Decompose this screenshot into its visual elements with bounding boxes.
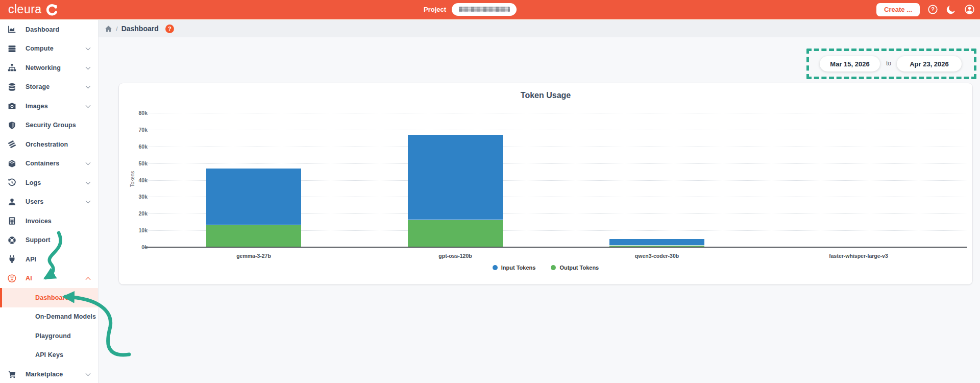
sidebar-item-api[interactable]: API <box>0 250 98 269</box>
chevron-up-icon <box>86 277 91 282</box>
y-tick-label: 20k <box>122 210 148 217</box>
sidebar-item-label: Compute <box>26 45 54 52</box>
legend-label: Input Tokens <box>501 265 536 271</box>
logs-icon <box>8 178 17 187</box>
bar-qwen3-coder-30b[interactable] <box>609 239 704 247</box>
legend-item-input-tokens[interactable]: Input Tokens <box>493 265 536 271</box>
chart-plot <box>144 113 967 247</box>
chevron-down-icon <box>86 199 91 204</box>
header-actions: Create ... ? <box>876 0 975 19</box>
containers-icon <box>8 159 17 168</box>
sidebar-item-label: Invoices <box>26 218 52 225</box>
project-selector: Project <box>424 0 517 19</box>
sidebar-subitem-api-keys[interactable]: API Keys <box>0 346 98 365</box>
legend-label: Output Tokens <box>559 265 599 271</box>
dashboard-icon <box>8 25 17 34</box>
sidebar-item-support[interactable]: Support <box>0 231 98 250</box>
sidebar-item-label: AI <box>26 275 32 282</box>
bar-segment-input-tokens <box>408 135 503 221</box>
sidebar-item-dashboard[interactable]: Dashboard <box>0 20 98 39</box>
storage-icon <box>8 82 17 91</box>
sidebar-subitem-on-demand-models[interactable]: On-Demand Models <box>0 307 98 327</box>
sidebar-item-label: Dashboard <box>26 26 59 33</box>
sidebar-item-label: Containers <box>26 160 59 167</box>
y-tick-label: 50k <box>122 160 148 166</box>
sidebar-item-compute[interactable]: Compute <box>0 39 98 59</box>
sidebar-item-label: API <box>26 256 36 263</box>
chevron-down-icon <box>86 64 91 69</box>
y-tick-label: 70k <box>122 127 148 133</box>
orchestration-icon <box>8 140 17 149</box>
y-tick-label: 10k <box>122 227 148 233</box>
y-tick-label: 30k <box>122 194 148 200</box>
home-icon[interactable] <box>105 25 112 33</box>
compute-icon <box>8 44 17 53</box>
token-usage-card: Token Usage Tokens 0k10k20k30k40k50k60k7… <box>119 83 972 284</box>
sidebar-subitem-dashboard[interactable]: Dashboard <box>0 288 98 307</box>
support-icon <box>8 235 17 245</box>
bar-segment-input-tokens <box>609 239 704 246</box>
create-button[interactable]: Create ... <box>876 3 920 16</box>
top-header: cleura Project Create ... ? <box>0 0 980 20</box>
chart-title: Token Usage <box>119 91 972 100</box>
chevron-down-icon <box>86 160 91 165</box>
ai-icon <box>8 274 17 283</box>
x-tick-label: gpt-oss-120b <box>374 253 537 259</box>
security-groups-icon <box>8 121 17 130</box>
chevron-down-icon <box>86 371 91 376</box>
dark-mode-moon-icon[interactable] <box>946 4 957 15</box>
sidebar-item-images[interactable]: Images <box>0 97 98 116</box>
users-icon <box>8 197 17 206</box>
chart-legend: Input TokensOutput Tokens <box>119 265 972 271</box>
chevron-down-icon <box>86 179 91 184</box>
sidebar-item-label: Dashboard <box>35 294 69 301</box>
project-name-pill[interactable] <box>452 3 517 16</box>
sidebar-item-security-groups[interactable]: Security Groups <box>0 116 98 135</box>
sidebar-item-label: Playground <box>35 332 71 340</box>
sidebar-subitem-playground[interactable]: Playground <box>0 326 98 346</box>
svg-text:?: ? <box>931 6 935 12</box>
chevron-down-icon <box>86 84 91 89</box>
gridline <box>144 163 967 164</box>
legend-dot <box>493 265 498 270</box>
sidebar-item-marketplace[interactable]: Marketplace <box>0 365 98 383</box>
date-range-separator: to <box>882 60 895 67</box>
date-to-input[interactable]: Apr 23, 2026 <box>897 56 962 71</box>
bar-gemma-3-27b[interactable] <box>206 169 301 248</box>
sidebar-item-label: Storage <box>26 83 50 90</box>
y-tick-label: 0k <box>122 244 148 250</box>
gridline <box>144 147 967 147</box>
sidebar-nav: DashboardComputeNetworkingStorageImagesS… <box>0 20 99 383</box>
bar-gpt-oss-120b[interactable] <box>408 135 503 247</box>
project-name-redacted <box>459 7 510 12</box>
bar-segment-input-tokens <box>206 169 301 226</box>
x-tick-label: faster-whisper-large-v3 <box>777 253 940 259</box>
x-tick-label: qwen3-coder-30b <box>575 253 739 259</box>
legend-dot <box>551 265 556 270</box>
marketplace-icon <box>8 370 17 379</box>
sidebar-item-invoices[interactable]: Invoices <box>0 211 98 231</box>
sidebar-item-networking[interactable]: Networking <box>0 58 98 78</box>
sidebar-item-users[interactable]: Users <box>0 193 98 212</box>
breadcrumb: / Dashboard ? <box>99 20 980 37</box>
sidebar-item-label: Logs <box>26 179 41 186</box>
date-from-input[interactable]: Mar 15, 2026 <box>820 56 880 71</box>
user-account-icon[interactable] <box>964 4 975 15</box>
logo-wordmark: cleura <box>8 0 42 19</box>
api-icon <box>8 255 17 264</box>
sidebar-item-ai[interactable]: AI <box>0 269 98 289</box>
help-icon[interactable]: ? <box>927 4 938 15</box>
sidebar-item-label: Networking <box>26 64 61 71</box>
sidebar-item-containers[interactable]: Containers <box>0 154 98 174</box>
gridline <box>144 130 967 130</box>
sidebar-item-storage[interactable]: Storage <box>0 78 98 97</box>
sidebar-item-label: API Keys <box>35 351 63 358</box>
sidebar-item-orchestration[interactable]: Orchestration <box>0 135 98 154</box>
bar-segment-output-tokens <box>206 225 301 247</box>
gridline <box>144 113 967 113</box>
page-help-icon[interactable]: ? <box>165 25 174 33</box>
sidebar-item-logs[interactable]: Logs <box>0 173 98 193</box>
cleura-logo[interactable]: cleura <box>8 0 59 19</box>
legend-item-output-tokens[interactable]: Output Tokens <box>551 265 599 271</box>
x-axis-line <box>144 247 967 248</box>
